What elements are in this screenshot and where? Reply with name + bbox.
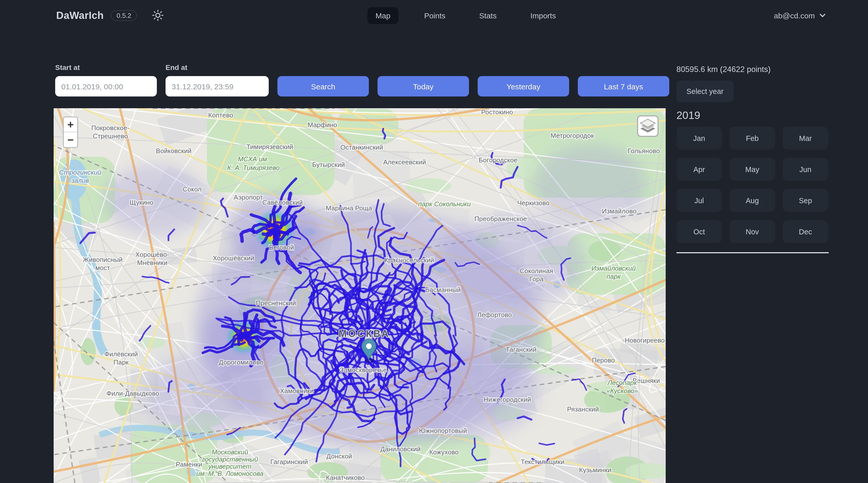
start-at-field: Start at [55, 63, 157, 96]
map-label: Марьина Роща [326, 204, 372, 212]
layers-icon [638, 117, 657, 136]
year-heading: 2019 [676, 109, 829, 122]
map-label: Богородское [479, 156, 518, 164]
map-label: Новогиреево [625, 336, 665, 344]
nav-tab[interactable]: Points [416, 7, 454, 24]
filter-button[interactable]: Search [277, 76, 369, 96]
map-label: Дорогомилово [219, 358, 264, 366]
zoom-out-button[interactable]: − [64, 132, 77, 147]
month-button[interactable]: Jul [676, 189, 722, 212]
month-button[interactable]: May [730, 158, 775, 181]
map-label: Канатчиково [326, 474, 365, 481]
map-label: Пресненский [256, 299, 296, 307]
map-label: Савёловский [262, 199, 303, 206]
page: DaWarIch 0.5.2 MapPointsStatsImports ab@… [0, 0, 868, 483]
map-label: Мнёвники [137, 259, 167, 266]
nav-tab[interactable]: Imports [522, 7, 564, 24]
map-label: Кузьминки [579, 466, 611, 474]
map-label: Коптево [208, 111, 233, 119]
map-label: Покровское- [91, 124, 129, 132]
map-label: им. М. В. Ломоносова [196, 470, 264, 477]
map-label: Останкинский [340, 143, 383, 151]
map-label: Замоскворечье [340, 366, 387, 374]
map-layers-control[interactable] [637, 116, 658, 137]
map-label: «Кусково» [607, 387, 638, 395]
map-label: Измайловский [591, 264, 636, 272]
map-label: Тимирязевский [247, 143, 293, 151]
map-label: парк Сокольники [418, 200, 471, 208]
month-grid: JanFebMarAprMayJunJulAugSepOctNovDec [676, 127, 829, 243]
map-label: Измайлово [602, 207, 636, 215]
end-at-label: End at [165, 63, 269, 71]
filter-bar: Start at End at SearchTodayYesterdayLast… [55, 63, 669, 96]
brand: DaWarIch 0.5.2 [56, 9, 163, 21]
map-label: Южнопортовый [419, 427, 467, 434]
filter-button[interactable]: Today [377, 76, 469, 96]
user-menu[interactable]: ab@cd.com [774, 11, 826, 20]
filter-button[interactable]: Yesterday [478, 76, 569, 96]
map-label: Строгинский [59, 168, 101, 176]
select-year-button[interactable]: Select year [676, 81, 734, 102]
nav-tab[interactable]: Map [367, 7, 399, 24]
map-label: Ростокино [481, 108, 513, 116]
filter-buttons: SearchTodayYesterdayLast 7 days [277, 76, 669, 96]
map-label: Текстильщики [521, 458, 564, 465]
month-button[interactable]: Nov [730, 220, 775, 243]
map-label: Хорошёвский [213, 254, 254, 262]
map-label: государственный [202, 455, 258, 463]
map-label: Нижегородский [484, 396, 531, 404]
month-button[interactable]: Feb [730, 127, 775, 150]
map-label: Хамовники [280, 387, 314, 395]
filter-button[interactable]: Last 7 days [578, 76, 669, 96]
month-button[interactable]: Dec [783, 220, 828, 243]
map-label: Преображенское [474, 215, 527, 223]
month-button[interactable]: Sep [783, 189, 828, 212]
version-badge: 0.5.2 [111, 10, 137, 21]
sun-icon [152, 10, 163, 21]
month-button[interactable]: Oct [676, 220, 722, 243]
map-label: Гагаринский [270, 458, 308, 465]
map-label: парк [607, 272, 621, 280]
map-label: Лефортово [477, 311, 512, 319]
map-label: Кожухово [429, 448, 459, 456]
map-label: Басманный [425, 286, 461, 294]
map-label: Сокол [183, 185, 202, 193]
app-logo[interactable]: DaWarIch [56, 9, 104, 21]
zoom-in-button[interactable]: + [64, 118, 77, 132]
user-email: ab@cd.com [774, 11, 815, 20]
map-container[interactable]: Покровское-СтрешневоКоптевоВойковскийТим… [54, 108, 666, 483]
map-label: МОСКВА [339, 328, 390, 339]
sidebar: 80595.6 km (24622 points) Select year 20… [676, 65, 829, 253]
map-label: Живописный [83, 256, 123, 263]
map-zoom-control: + − [63, 117, 78, 148]
map-label: Стрешнево [93, 132, 128, 140]
map-label: Таганский [506, 346, 536, 353]
month-button[interactable]: Jan [676, 127, 722, 150]
theme-toggle[interactable] [152, 10, 163, 21]
map-label: Соколиная [520, 267, 553, 275]
month-button[interactable]: Aug [730, 189, 775, 212]
map-label: Донской [327, 452, 352, 460]
map-label: мост [95, 264, 110, 271]
map-label: Гольяново [628, 147, 660, 155]
map-label: Войковский [156, 147, 191, 155]
nav-tabs: MapPointsStatsImports [367, 7, 564, 24]
map-label: Хорошёво- [135, 251, 169, 258]
map-label: Марфино [308, 121, 337, 129]
map-label: Филёвский [104, 350, 138, 358]
map-label: университет [208, 462, 252, 470]
month-button[interactable]: Apr [676, 158, 722, 181]
map-label: Рязанский [567, 406, 599, 413]
map-canvas[interactable]: Покровское-СтрешневоКоптевоВойковскийТим… [54, 108, 666, 483]
start-at-input[interactable] [55, 76, 157, 96]
map-label: Перово [592, 356, 615, 364]
map-label: Беговой [269, 244, 294, 251]
month-button[interactable]: Mar [783, 127, 828, 150]
end-at-input[interactable] [165, 76, 269, 96]
nav-tab[interactable]: Stats [471, 7, 505, 24]
map-label: залив [71, 176, 89, 184]
map-label: Лесопарк [607, 379, 638, 387]
map-label: Алексеевский [383, 158, 426, 166]
month-button[interactable]: Jun [783, 158, 828, 181]
map-label: Гора [529, 275, 544, 283]
